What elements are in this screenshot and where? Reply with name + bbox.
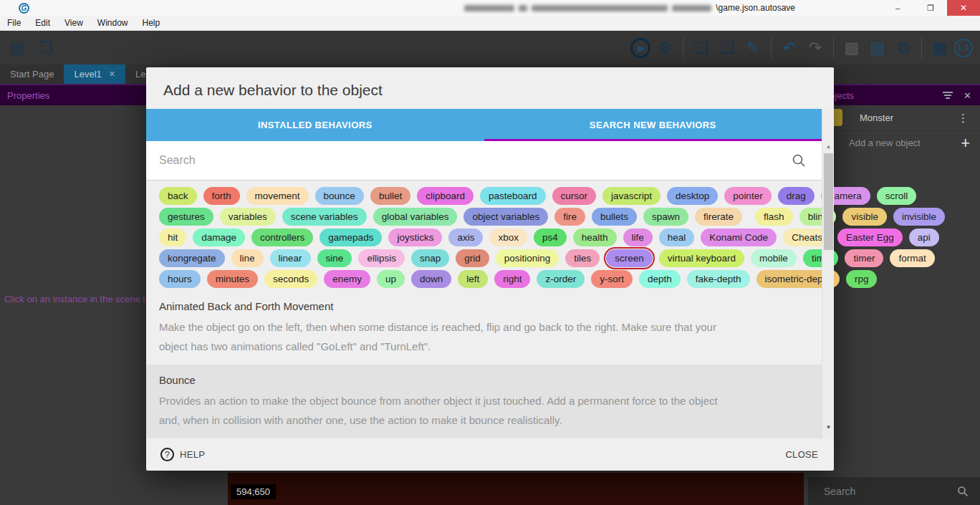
filter-icon[interactable] [942, 92, 953, 99]
tab-search-new-behaviors[interactable]: SEARCH NEW BEHAVIORS [484, 109, 822, 141]
undo-icon[interactable]: ↶ [778, 37, 801, 59]
minimize-button[interactable]: – [881, 0, 914, 16]
tag-chip-gestures[interactable]: gestures [159, 208, 213, 226]
tag-chip-firerate[interactable]: firerate [695, 208, 742, 226]
tag-chip-object-variables[interactable]: object variables [463, 208, 548, 226]
tab-level1[interactable]: Level1 ✕ [64, 64, 125, 84]
help-button[interactable]: ? HELP [160, 448, 205, 461]
scroll-down-icon[interactable]: ▼ [822, 424, 835, 431]
tag-chip-global-variables[interactable]: global variables [373, 208, 458, 226]
tag-chip-clipboard[interactable]: clipboard [417, 187, 474, 205]
tag-chip-gamepads[interactable]: gamepads [320, 229, 382, 246]
tag-chip-grid[interactable]: grid [456, 249, 489, 267]
scroll-up-icon[interactable]: ▲ [822, 143, 835, 150]
tag-chip-left[interactable]: left [458, 270, 488, 288]
tag-chip-bounce[interactable]: bounce [315, 187, 364, 205]
menu-file[interactable]: File [0, 16, 28, 31]
tag-chip-Konami-Code[interactable]: Konami Code [701, 229, 777, 246]
play-preview-icon[interactable]: ▶ [630, 38, 650, 58]
tag-chip-y-sort[interactable]: y-sort [591, 270, 633, 288]
tag-chip-axis[interactable]: axis [448, 229, 483, 246]
scene-canvas[interactable]: 594;650 [228, 473, 804, 505]
edit-properties-icon[interactable]: ✎ [741, 37, 764, 59]
debug-icon[interactable]: ⚙ [653, 37, 676, 59]
open-objects-editor-icon[interactable]: ❏ [690, 37, 713, 59]
restore-button[interactable]: ❐ [914, 0, 947, 16]
tag-chip-timer[interactable]: timer [845, 249, 883, 267]
open-objects-groups-icon[interactable]: ❑ [716, 37, 739, 59]
menu-help[interactable]: Help [135, 16, 168, 31]
tag-chip-javascript[interactable]: javascript [602, 187, 660, 205]
tag-chip-mobile[interactable]: mobile [751, 249, 797, 267]
tag-chip-cursor[interactable]: cursor [552, 187, 597, 205]
tag-chip-enemy[interactable]: enemy [324, 270, 370, 288]
tag-chip-positioning[interactable]: positioning [496, 249, 559, 267]
layers-icon[interactable]: ⧉ [892, 37, 915, 59]
tag-chip-health[interactable]: health [573, 229, 617, 246]
tag-chip-ps4[interactable]: ps4 [534, 229, 567, 246]
close-panel-icon[interactable]: ✕ [964, 90, 971, 101]
behavior-item-bounce[interactable]: BounceProvides an action to make the obj… [146, 365, 822, 438]
objects-search-bar[interactable]: Search [808, 477, 980, 505]
zoom-original-icon[interactable]: 1:1 [954, 39, 973, 57]
menu-view[interactable]: View [57, 16, 90, 31]
tag-chip-ellipsis[interactable]: ellipsis [358, 249, 405, 267]
tag-chip-joysticks[interactable]: joysticks [388, 229, 442, 246]
scene-editor-icon[interactable]: ▤ [6, 37, 29, 59]
tag-chip-up[interactable]: up [377, 270, 405, 288]
object-menu-icon[interactable]: ⋮ [958, 112, 969, 125]
tag-chip-heal[interactable]: heal [659, 229, 695, 246]
tag-chip-drag[interactable]: drag [778, 187, 815, 205]
tag-chip-fire[interactable]: fire [554, 208, 585, 226]
behavior-item-animated-back-and-forth-movement[interactable]: Animated Back and Forth MovementMake the… [146, 291, 834, 365]
tag-chip-scroll[interactable]: scroll [877, 187, 917, 205]
tag-chip-api[interactable]: api [909, 229, 939, 246]
close-dialog-button[interactable]: CLOSE [785, 449, 818, 460]
tag-chip-desktop[interactable]: desktop [667, 187, 718, 205]
tag-chip-forth[interactable]: forth [203, 187, 240, 205]
tag-chip-spawn[interactable]: spawn [643, 208, 688, 226]
tag-chip-line[interactable]: line [231, 249, 264, 267]
tag-chip-pasteboard[interactable]: pasteboard [480, 187, 546, 205]
tag-chip-bullets[interactable]: bullets [592, 208, 637, 226]
tag-chip-sine[interactable]: sine [317, 249, 352, 267]
tag-chip-screen[interactable]: screen [606, 249, 653, 267]
tab-installed-behaviors[interactable]: INSTALLED BEHAVIORS [146, 109, 484, 141]
tag-chip-virtual-keyboard[interactable]: virtual keyboard [659, 249, 744, 267]
menu-window[interactable]: Window [90, 16, 135, 31]
tag-chip-hours[interactable]: hours [159, 270, 201, 288]
preview-window-icon[interactable]: ❐ [34, 37, 57, 59]
tag-chip-z-order[interactable]: z-order [537, 270, 585, 288]
tag-chip-fake-depth[interactable]: fake-depth [687, 270, 750, 288]
behavior-search-input[interactable] [159, 154, 792, 167]
tag-chip-controllers[interactable]: controllers [251, 229, 313, 246]
delete-instances-icon[interactable]: ▩ [840, 37, 863, 59]
tag-chip-scene-variables[interactable]: scene variables [282, 208, 367, 226]
tag-chip-movement[interactable]: movement [246, 187, 309, 205]
tag-chip-variables[interactable]: variables [220, 208, 276, 226]
tag-chip-kongregate[interactable]: kongregate [159, 249, 225, 267]
tag-chip-down[interactable]: down [411, 270, 451, 288]
tag-chip-format[interactable]: format [890, 249, 934, 267]
tag-chip-hit[interactable]: hit [159, 229, 186, 246]
tag-chip-minutes[interactable]: minutes [207, 270, 258, 288]
tag-chip-snap[interactable]: snap [411, 249, 449, 267]
instances-list-icon[interactable]: ▤ [866, 37, 889, 59]
menu-edit[interactable]: Edit [28, 16, 57, 31]
object-row-monster[interactable]: Monster ⋮ [808, 105, 980, 131]
tag-chip-bullet[interactable]: bullet [370, 187, 410, 205]
tab-start-page[interactable]: Start Page [0, 64, 64, 84]
tag-chip-flash[interactable]: flash [755, 208, 793, 226]
scrollbar-thumb[interactable] [824, 153, 833, 250]
tag-chip-invisible[interactable]: invisible [893, 208, 945, 226]
tag-chip-visible[interactable]: visible [842, 208, 887, 226]
tag-chip-back[interactable]: back [159, 187, 197, 205]
dialog-scrollbar[interactable]: ▲ ▼ [822, 109, 834, 438]
close-window-button[interactable]: ✕ [947, 0, 980, 16]
redo-icon[interactable]: ↷ [804, 37, 827, 59]
toggle-grid-icon[interactable]: ▦ [928, 37, 951, 59]
tag-chip-damage[interactable]: damage [193, 229, 245, 246]
tag-chip-linear[interactable]: linear [270, 249, 311, 267]
close-tab-icon[interactable]: ✕ [109, 69, 115, 79]
tag-chip-Easter-Egg[interactable]: Easter Egg [837, 229, 903, 246]
